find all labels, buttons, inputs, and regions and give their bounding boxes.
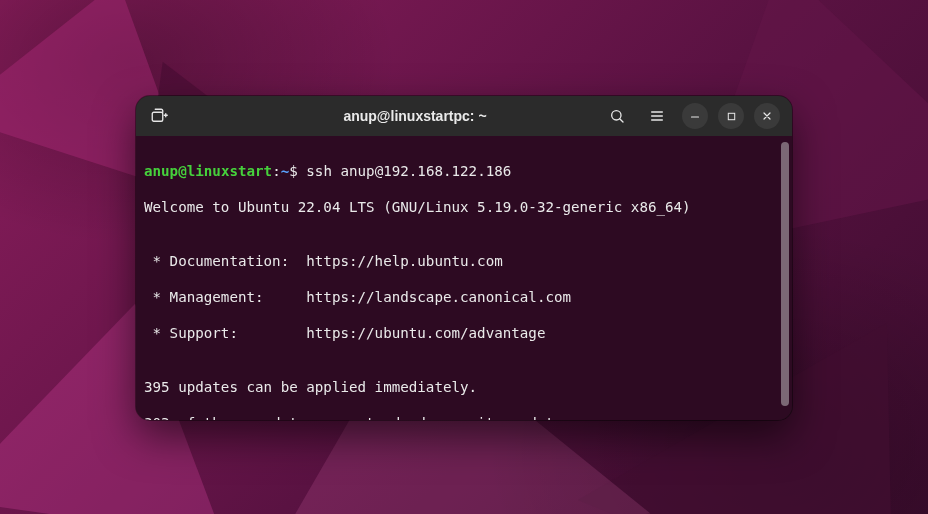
hamburger-menu-button[interactable] [642,101,672,131]
maximize-icon [726,111,737,122]
prompt-line: anup@linuxstart:~$ ssh anup@192.168.122.… [144,162,778,180]
search-button[interactable] [602,101,632,131]
output-line: * Management: https://landscape.canonica… [144,288,778,306]
close-icon [761,110,773,122]
command-text: ssh anup@192.168.122.186 [306,163,511,179]
prompt-user: anup [144,163,178,179]
minimize-button[interactable] [682,103,708,129]
window-title: anup@linuxstartpc: ~ [234,108,596,124]
output-line: * Documentation: https://help.ubuntu.com [144,252,778,270]
prompt-path: ~ [281,163,290,179]
minimize-icon [689,110,701,122]
new-tab-icon [150,107,168,125]
output-line: * Support: https://ubuntu.com/advantage [144,324,778,342]
scrollbar-thumb[interactable] [781,142,789,406]
new-tab-button[interactable] [144,101,174,131]
search-icon [609,108,625,124]
terminal-body[interactable]: anup@linuxstart:~$ ssh anup@192.168.122.… [136,136,792,420]
terminal-window: anup@linuxstartpc: ~ [136,96,792,420]
prompt-host: linuxstart [187,163,272,179]
maximize-button[interactable] [718,103,744,129]
svg-rect-2 [728,113,734,119]
output-line: 203 of these updates are standard securi… [144,414,778,420]
window-controls [602,101,784,131]
output-line: 395 updates can be applied immediately. [144,378,778,396]
titlebar: anup@linuxstartpc: ~ [136,96,792,136]
hamburger-icon [649,108,665,124]
output-line: Welcome to Ubuntu 22.04 LTS (GNU/Linux 5… [144,198,778,216]
close-button[interactable] [754,103,780,129]
svg-rect-0 [152,112,163,121]
